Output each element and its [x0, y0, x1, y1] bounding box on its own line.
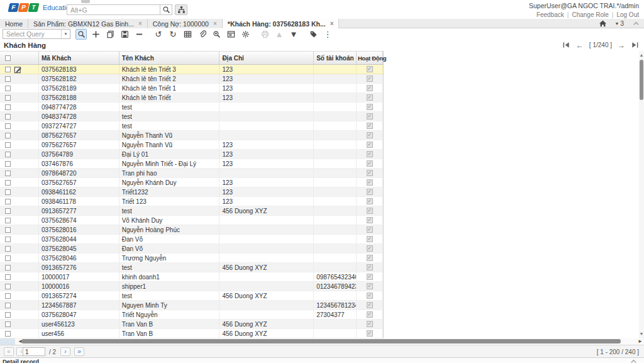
- tab-1[interactable]: Sản Phẩm: GBMXN12 Gas Binh...×: [28, 19, 148, 28]
- row-checkbox[interactable]: [5, 152, 11, 157]
- page-number-input[interactable]: [23, 347, 45, 356]
- row-checkbox[interactable]: [5, 284, 11, 289]
- row-checkbox[interactable]: [5, 227, 11, 233]
- tab-2[interactable]: Công Nợ: 1000000×: [148, 19, 223, 28]
- row-checkbox[interactable]: [5, 199, 11, 204]
- query-select[interactable]: Select Query ▼: [3, 29, 70, 39]
- table-row[interactable]: 0375628047Triết Nguyễn27304377✓: [0, 310, 383, 320]
- add-button[interactable]: [90, 29, 101, 40]
- vertical-scrollbar-thumb[interactable]: [640, 60, 643, 100]
- horizontal-scrollbar-thumb[interactable]: [21, 339, 621, 343]
- zoom-button[interactable]: [211, 29, 222, 40]
- home-icon[interactable]: [599, 20, 607, 28]
- select-all-checkbox[interactable]: [5, 55, 11, 61]
- table-row[interactable]: 0375628188Khách lẻ tên Triết123✓: [0, 93, 383, 103]
- scroll-right-icon[interactable]: ►: [638, 338, 643, 345]
- table-row[interactable]: 037467876Nguyễn Minh Triết - Đại Lý123✓: [0, 159, 383, 169]
- row-checkbox[interactable]: [5, 246, 11, 252]
- table-row[interactable]: 0375628045Đan Võ✓: [0, 244, 383, 254]
- row-checkbox[interactable]: [5, 180, 11, 186]
- row-checkbox[interactable]: [5, 208, 11, 214]
- table-row[interactable]: 0375627657Nguyễn Khánh Duy123✓: [0, 178, 383, 187]
- row-checkbox[interactable]: [5, 189, 11, 195]
- tag-button[interactable]: [308, 29, 319, 40]
- row-checkbox[interactable]: [5, 170, 11, 176]
- row-checkbox[interactable]: [5, 303, 11, 308]
- table-row[interactable]: 0937274727test✓: [0, 121, 383, 131]
- row-checkbox[interactable]: [5, 255, 11, 261]
- tab-close-icon[interactable]: ×: [138, 21, 142, 27]
- row-checkbox[interactable]: [5, 265, 11, 271]
- tab-home[interactable]: Home: [0, 19, 28, 28]
- next-page-icon[interactable]: →: [618, 42, 625, 49]
- scroll-up-icon[interactable]: ▲: [639, 53, 644, 58]
- row-checkbox[interactable]: [5, 161, 11, 167]
- column-header-dia-chi[interactable]: Địa Chỉ: [219, 52, 314, 64]
- row-checkbox[interactable]: [5, 293, 11, 299]
- table-row[interactable]: 0948774728test✓: [0, 103, 383, 112]
- first-page-icon[interactable]: [562, 41, 570, 49]
- logout-link[interactable]: Log Out: [616, 11, 639, 18]
- table-row[interactable]: user456Tran Van B456 Duong XYZ✓: [0, 329, 383, 338]
- notifications-dropdown[interactable]: ▼ 3: [615, 20, 625, 27]
- table-row[interactable]: 0375628189Khách lẻ tên Triết 1123✓: [0, 84, 383, 93]
- search-button[interactable]: [160, 4, 172, 15]
- expand-detail-icon[interactable]: [630, 357, 638, 363]
- row-checkbox[interactable]: [5, 123, 11, 129]
- table-row[interactable]: 037564789Đại Lý 01123✓: [0, 150, 383, 159]
- table-row[interactable]: 0875627657Nguyễn Thanh Vũ✓: [0, 131, 383, 140]
- edit-row-icon[interactable]: [14, 65, 22, 74]
- table-row[interactable]: 0375628044Đan Võ✓: [0, 235, 383, 244]
- table-row[interactable]: 0913657276test456 Duong XYZ✓: [0, 263, 383, 272]
- scroll-down-icon[interactable]: ▼: [639, 332, 644, 337]
- column-header-ma-khach[interactable]: Mã Khách: [39, 52, 119, 64]
- copy-button[interactable]: [104, 29, 116, 40]
- table-row[interactable]: 10000016shipper1012346789423...✓: [0, 282, 383, 291]
- row-checkbox[interactable]: [5, 95, 11, 101]
- tab-close-icon[interactable]: ×: [330, 21, 334, 27]
- feedback-link[interactable]: Feedback: [536, 11, 564, 18]
- row-checkbox[interactable]: [5, 86, 11, 91]
- row-checkbox[interactable]: [5, 133, 11, 138]
- tab-3[interactable]: *Khách Hàng: 0375628183 Kh...×: [223, 19, 340, 28]
- table-row[interactable]: 0375628183Khách lẻ tên Triết 3123✓: [0, 65, 383, 74]
- tab-close-icon[interactable]: ×: [213, 21, 217, 27]
- expand-button[interactable]: ▼: [288, 29, 299, 40]
- settings-button[interactable]: [240, 29, 251, 40]
- table-row[interactable]: 0938461162Triết1232123✓: [0, 187, 383, 197]
- table-row[interactable]: 0938461178Triết 123123✓: [0, 197, 383, 206]
- table-row[interactable]: 0375628046Trương Nguyễn✓: [0, 254, 383, 263]
- detail-record-bar[interactable]: Detail record: [0, 357, 644, 363]
- last-page-icon[interactable]: [631, 41, 639, 49]
- table-row[interactable]: 0975627657Nguyễn Thanh Vũ123✓: [0, 140, 383, 150]
- vertical-scrollbar[interactable]: ▲ ▼: [639, 51, 644, 338]
- refresh-button[interactable]: ↻: [167, 29, 179, 40]
- row-checkbox[interactable]: [5, 76, 11, 82]
- save-button[interactable]: [119, 29, 130, 40]
- row-checkbox[interactable]: [5, 142, 11, 148]
- table-row[interactable]: 0948374728test✓: [0, 112, 383, 121]
- column-header-hoat-dong[interactable]: Hoạt Động: [357, 52, 383, 64]
- collapse-panel-icon[interactable]: [632, 20, 640, 28]
- more-button[interactable]: ⋮: [322, 29, 333, 40]
- table-row[interactable]: 10000017khinh doanh1098765432346...✓: [0, 272, 383, 282]
- table-row[interactable]: 1234567887Nguyen Minh Ty123456781234✓: [0, 301, 383, 310]
- change-role-link[interactable]: Change Role: [572, 11, 608, 18]
- row-checkbox[interactable]: [5, 114, 11, 120]
- table-row[interactable]: 0375628674Võ Khánh Duy✓: [0, 216, 383, 225]
- first-page-button[interactable]: «: [4, 347, 14, 356]
- grid-button[interactable]: [182, 29, 193, 40]
- next-page-button[interactable]: ›: [60, 347, 70, 356]
- row-checkbox[interactable]: [5, 237, 11, 242]
- sitemap-button[interactable]: [175, 4, 187, 15]
- table-row[interactable]: user456123Tran Van B456 Duong XYZ✓: [0, 320, 383, 329]
- last-page-button[interactable]: »: [74, 347, 84, 356]
- row-checkbox[interactable]: [5, 312, 11, 318]
- global-search-input[interactable]: [67, 4, 160, 15]
- table-row[interactable]: 0375628016Nguyễn Hoàng Phúc✓: [0, 225, 383, 235]
- row-checkbox[interactable]: [5, 67, 11, 72]
- remove-button[interactable]: [133, 29, 145, 40]
- column-header-so-tai-khoan[interactable]: Số tài khoản: [314, 52, 357, 64]
- card-button[interactable]: [225, 29, 236, 40]
- table-row[interactable]: 0978648720Tran phi hao✓: [0, 169, 383, 178]
